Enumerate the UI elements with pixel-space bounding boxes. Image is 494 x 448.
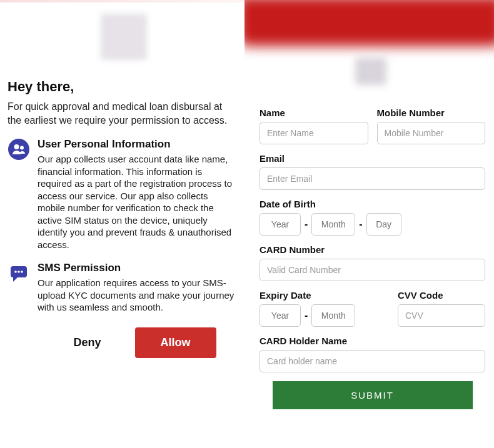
sms-section: SMS Permission Our application requires … <box>8 262 239 314</box>
svg-point-2 <box>20 146 24 150</box>
dob-year-input[interactable] <box>260 213 301 236</box>
svg-point-6 <box>21 271 23 273</box>
dob-group: Date of Birth - - <box>260 199 485 236</box>
header-banner <box>244 0 494 94</box>
personal-info-section: User Personal Information Our app collec… <box>8 138 239 251</box>
name-label: Name <box>260 107 368 118</box>
name-input[interactable] <box>260 122 368 144</box>
email-group: Email <box>260 153 485 190</box>
submit-button[interactable]: SUBMIT <box>273 381 473 409</box>
card-number-label: CARD Number <box>260 244 485 255</box>
card-number-input[interactable] <box>260 259 485 281</box>
permissions-panel: Hey there, For quick approval and medica… <box>0 0 247 448</box>
holder-group: CARD Holder Name <box>260 336 485 372</box>
personal-info-title: User Personal Information <box>38 138 237 151</box>
expiry-group: Expiry Date - <box>260 290 389 327</box>
holder-input[interactable] <box>260 350 485 372</box>
mobile-label: Mobile Number <box>377 107 486 118</box>
svg-point-0 <box>8 139 29 160</box>
banner-logo-blurred <box>355 57 386 85</box>
dob-day-input[interactable] <box>366 213 401 236</box>
permission-buttons: Deny Allow <box>8 327 239 358</box>
expiry-label: Expiry Date <box>260 290 389 301</box>
dob-month-input[interactable] <box>311 213 355 236</box>
personal-info-text: Our app collects user account data like … <box>38 153 237 251</box>
dob-label: Date of Birth <box>260 199 485 209</box>
dob-sep-1: - <box>305 219 308 230</box>
sms-title: SMS Permission <box>38 262 237 274</box>
greeting-heading: Hey there, <box>8 79 239 95</box>
sms-icon <box>8 262 30 284</box>
red-banner-blur <box>244 0 494 46</box>
cvv-group: CVV Code <box>398 290 485 327</box>
top-accent-line <box>0 0 247 2</box>
app-logo-wrap <box>8 0 239 79</box>
holder-label: CARD Holder Name <box>260 336 485 346</box>
svg-point-5 <box>18 271 20 273</box>
expiry-month-input[interactable] <box>311 304 355 327</box>
deny-button[interactable]: Deny <box>62 327 112 358</box>
mobile-input[interactable] <box>377 122 486 144</box>
allow-button[interactable]: Allow <box>135 327 216 358</box>
expiry-year-input[interactable] <box>260 304 301 327</box>
card-form-panel: Name Mobile Number Email Date of Birth -… <box>247 0 494 448</box>
svg-point-4 <box>14 271 17 273</box>
intro-text: For quick approval and medical loan disb… <box>8 100 239 127</box>
users-icon <box>8 138 30 161</box>
dob-sep-2: - <box>359 219 362 230</box>
email-label: Email <box>260 153 485 164</box>
sms-text: Our application requires access to your … <box>38 277 237 314</box>
card-number-group: CARD Number <box>260 244 485 281</box>
email-input[interactable] <box>260 167 485 190</box>
cvv-label: CVV Code <box>398 290 485 301</box>
expiry-sep: - <box>305 310 308 321</box>
app-logo-blurred <box>101 14 147 60</box>
cvv-input[interactable] <box>398 304 485 327</box>
name-group: Name <box>260 107 368 144</box>
svg-point-1 <box>14 144 19 149</box>
mobile-group: Mobile Number <box>377 107 486 144</box>
